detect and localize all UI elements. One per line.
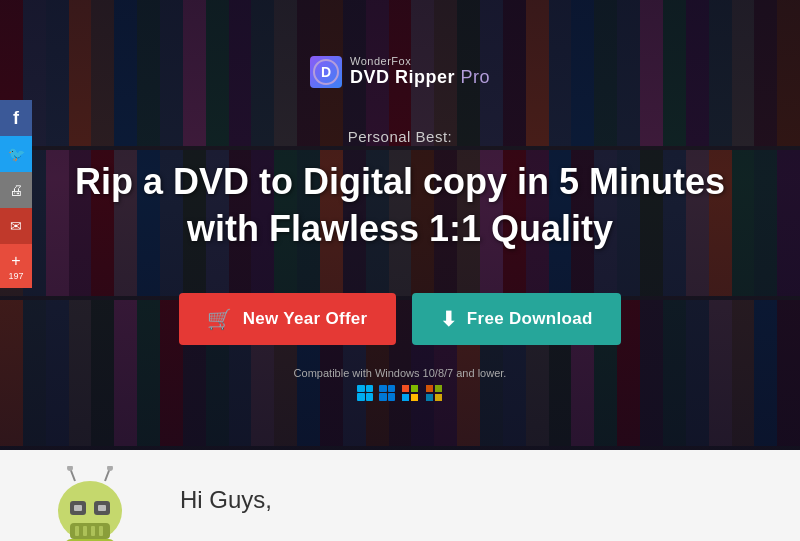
facebook-icon: f [13, 108, 19, 129]
print-button[interactable]: 🖨 [0, 172, 32, 208]
svg-rect-2 [402, 385, 409, 392]
svg-text:D: D [321, 64, 331, 80]
logo-svg: D [312, 58, 340, 86]
svg-rect-23 [99, 526, 103, 536]
logo-text: WonderFox DVD Ripper Pro [350, 55, 490, 88]
new-year-offer-button[interactable]: 🛒 New Year Offer [179, 293, 395, 345]
bottom-section: Hi Guys, [0, 450, 800, 541]
windows8-icon [379, 385, 395, 401]
svg-rect-5 [411, 394, 418, 401]
svg-rect-9 [435, 394, 442, 401]
svg-rect-7 [435, 385, 442, 392]
windowsxp-icon [425, 385, 443, 401]
facebook-button[interactable]: f [0, 100, 32, 136]
hero-title-line1: Rip a DVD to Digital copy in 5 Minutes [75, 161, 725, 202]
logo-area: D WonderFox DVD Ripper Pro [310, 55, 490, 88]
download-button-label: Free Download [467, 309, 593, 329]
svg-rect-20 [75, 526, 79, 536]
print-icon: 🖨 [9, 182, 23, 198]
windows10-icon [357, 385, 373, 401]
logo-wonderfox: WonderFox [350, 55, 490, 67]
twitter-button[interactable]: 🐦 [0, 136, 32, 172]
svg-point-11 [67, 466, 73, 471]
logo-icon: D [310, 56, 342, 88]
svg-rect-4 [402, 394, 409, 401]
svg-rect-18 [98, 505, 106, 511]
hero-content: Personal Best: Rip a DVD to Digital copy… [15, 128, 785, 283]
windows7-icon [401, 385, 419, 401]
hero-section: f 🐦 🖨 ✉ + 197 D WonderFox DVD Ripper Pro [0, 0, 800, 450]
compatibility-area: Compatible with Windows 10/8/7 and lower… [294, 367, 507, 401]
plus-icon: + [11, 252, 20, 270]
free-download-button[interactable]: ⬇ Free Download [412, 293, 621, 345]
twitter-icon: 🐦 [8, 146, 25, 162]
email-button[interactable]: ✉ [0, 208, 32, 244]
robot-svg [20, 466, 160, 541]
svg-rect-21 [83, 526, 87, 536]
offer-button-label: New Year Offer [243, 309, 368, 329]
windows-icons [294, 385, 507, 401]
greeting-text: Hi Guys, [180, 466, 272, 514]
svg-rect-8 [426, 394, 433, 401]
compat-text: Compatible with Windows 10/8/7 and lower… [294, 367, 507, 379]
cart-icon: 🛒 [207, 307, 232, 331]
hero-title-line2: with Flawless 1:1 Quality [187, 208, 613, 249]
hero-buttons: 🛒 New Year Offer ⬇ Free Download [179, 293, 620, 345]
email-icon: ✉ [10, 218, 22, 234]
plus-count: 197 [8, 271, 23, 281]
plus-button[interactable]: + 197 [0, 244, 32, 288]
robot-mascot [20, 466, 160, 541]
svg-rect-3 [411, 385, 418, 392]
social-sidebar: f 🐦 🖨 ✉ + 197 [0, 100, 32, 288]
svg-rect-6 [426, 385, 433, 392]
svg-rect-17 [74, 505, 82, 511]
svg-rect-22 [91, 526, 95, 536]
hero-title: Rip a DVD to Digital copy in 5 Minutes w… [75, 159, 725, 253]
download-icon: ⬇ [440, 307, 457, 331]
svg-point-13 [107, 466, 113, 471]
hero-subtitle: Personal Best: [75, 128, 725, 145]
logo-dvd-ripper: DVD Ripper Pro [350, 67, 490, 88]
